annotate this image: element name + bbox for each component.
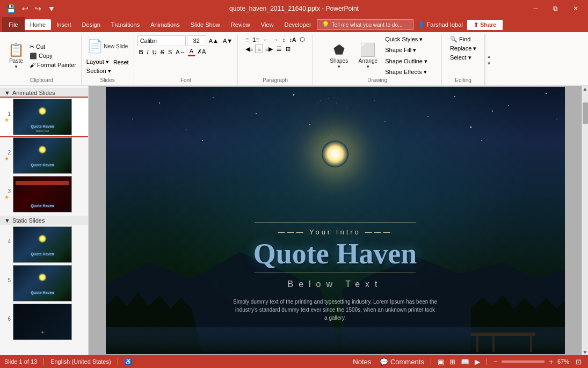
zoom-slider[interactable] <box>502 360 545 363</box>
slide-thumbnail-5[interactable]: 5 ★ Quote Haven <box>0 264 88 303</box>
slide-thumbnail-3[interactable]: 3 ★ Quote Haven <box>0 175 88 214</box>
layout-button[interactable]: Layout ▾ <box>85 58 111 66</box>
file-menu[interactable]: File <box>2 17 25 32</box>
clear-format-button[interactable]: ✗A <box>195 48 207 56</box>
font-size-down-button[interactable]: A▼ <box>221 37 234 45</box>
ribbon-scroll-up[interactable]: ▲ <box>486 53 492 60</box>
share-button[interactable]: ⬆ Share <box>467 20 503 30</box>
numbered-list-button[interactable]: 1≡ <box>251 36 261 43</box>
slide-content[interactable]: ——— Your Intro ——— Quote Haven Below Tex… <box>201 222 469 322</box>
quick-styles-button[interactable]: Quick Styles ▾ <box>383 35 424 43</box>
line-spacing-button[interactable]: ↕ <box>281 36 287 43</box>
convert-smartart-button[interactable]: ⬡ <box>298 35 307 43</box>
italic-button[interactable]: I <box>146 48 150 56</box>
slide-thumbnail-1[interactable]: 1 ★ Quote Haven Below Text <box>0 98 88 136</box>
ribbon-scroll[interactable]: ▲ ▼ <box>485 34 492 85</box>
shape-effects-button[interactable]: Shape Effects ▾ <box>383 68 428 76</box>
ribbon-scroll-down[interactable]: ▼ <box>486 60 492 67</box>
vertical-scrollbar[interactable]: ▲ ▼ <box>582 86 588 355</box>
animated-slides-section[interactable]: ▼ Animated Slides <box>0 88 88 98</box>
restore-button[interactable]: ⧉ <box>548 3 563 14</box>
shape-outline-button[interactable]: Shape Outline ▾ <box>383 57 429 65</box>
zoom-in-button[interactable]: + <box>547 357 555 366</box>
scroll-down-button[interactable]: ▼ <box>583 349 588 355</box>
redo-button[interactable]: ↪ <box>33 3 43 14</box>
align-left-button[interactable]: ◀≡ <box>244 45 255 53</box>
home-menu[interactable]: Home <box>25 19 51 30</box>
copy-button[interactable]: ⬛ Copy <box>28 52 78 60</box>
select-button[interactable]: Select ▾ <box>448 54 478 62</box>
slide-thumb-1[interactable]: Quote Haven Below Text <box>13 99 72 135</box>
slide-thumb-5[interactable]: Quote Haven <box>13 265 72 301</box>
cut-button[interactable]: ✂ Cut <box>28 43 78 51</box>
slide-thumb-2[interactable]: Quote Haven <box>13 137 72 174</box>
customize-quick-access-button[interactable]: ▼ <box>46 3 57 14</box>
scroll-up-button[interactable]: ▲ <box>583 86 588 92</box>
slide-thumb-6[interactable]: ✦ <box>13 304 72 340</box>
transitions-menu[interactable]: Transitions <box>106 19 145 30</box>
slide-below-text[interactable]: Below Text <box>201 279 469 289</box>
text-shadow-button[interactable]: S <box>166 48 173 56</box>
notes-button[interactable]: Notes <box>351 357 373 366</box>
close-button[interactable]: ✕ <box>568 3 584 14</box>
text-direction-button[interactable]: ↕A <box>287 36 297 43</box>
underline-button[interactable]: U <box>151 48 158 56</box>
new-slide-button[interactable]: 📄 New Slide <box>85 35 130 57</box>
slide-thumbnail-2[interactable]: 2 ★ Quote Haven <box>0 136 88 175</box>
user-account[interactable]: 👤Farshad Iqbal <box>418 21 463 28</box>
bullet-list-button[interactable]: ≡ <box>244 36 250 43</box>
view-menu[interactable]: View <box>256 19 279 30</box>
minimize-button[interactable]: ─ <box>528 3 543 14</box>
replace-button[interactable]: Replace ▾ <box>448 45 478 53</box>
slide-title[interactable]: Quote Haven <box>201 239 469 268</box>
font-size-input[interactable] <box>187 35 206 46</box>
reading-view-button[interactable]: 📖 <box>459 357 471 366</box>
slideshow-menu[interactable]: Slide Show <box>185 19 226 30</box>
svg-rect-35 <box>476 336 478 352</box>
slide-panel[interactable]: ▼ Animated Slides 1 ★ Quote Haven Below … <box>0 86 89 355</box>
section-button[interactable]: Section ▾ <box>85 67 130 75</box>
paste-button[interactable]: 📋 Paste ▼ <box>5 35 27 76</box>
static-slides-section[interactable]: ▼ Static Slides <box>0 216 88 225</box>
save-button[interactable]: 💾 <box>4 3 18 14</box>
normal-view-button[interactable]: ▣ <box>435 357 446 366</box>
slide-thumb-4[interactable]: Quote Haven <box>13 226 72 263</box>
tell-me-input[interactable]: 💡 Tell me what you want to do... <box>317 19 413 30</box>
undo-button[interactable]: ↩ <box>20 3 31 14</box>
dec-indent-button[interactable]: ← <box>262 36 271 43</box>
scroll-thumb[interactable] <box>583 102 588 124</box>
font-color-button[interactable]: A <box>188 47 195 56</box>
font-size-up-button[interactable]: A▲ <box>207 37 220 45</box>
slide-sorter-button[interactable]: ⊞ <box>447 357 458 366</box>
inc-indent-button[interactable]: → <box>271 36 280 43</box>
slide-thumbnail-6[interactable]: 6 ★ ✦ <box>0 303 88 341</box>
columns-button[interactable]: ⊞ <box>284 45 292 53</box>
review-menu[interactable]: Review <box>226 19 256 30</box>
design-menu[interactable]: Design <box>77 19 106 30</box>
animations-menu[interactable]: Animations <box>145 19 185 30</box>
strikethrough-button[interactable]: S <box>159 48 166 56</box>
format-painter-button[interactable]: 🖌 Format Painter <box>28 61 78 69</box>
developer-menu[interactable]: Developer <box>279 19 316 30</box>
arrange-button[interactable]: ⬜ Arrange ▼ <box>354 35 381 76</box>
slideshow-button[interactable]: ▶ <box>473 357 482 366</box>
align-right-button[interactable]: ≡▶ <box>264 45 274 53</box>
slide-star-2: ★ <box>4 156 9 161</box>
find-button[interactable]: 🔍 Find <box>448 35 478 43</box>
shapes-button[interactable]: ⬟ Shapes ▼ <box>325 35 352 76</box>
insert-menu[interactable]: Insert <box>51 19 77 30</box>
reset-button[interactable]: Reset <box>112 58 130 66</box>
char-spacing-button[interactable]: A↔ <box>174 48 187 56</box>
justify-button[interactable]: ☰ <box>275 45 284 53</box>
fit-slide-button[interactable]: ⊡ <box>574 357 584 366</box>
slide-thumbnail-4[interactable]: 4 ★ Quote Haven <box>0 225 88 264</box>
zoom-out-button[interactable]: − <box>491 357 500 366</box>
comments-button[interactable]: 💬 Comments <box>378 357 426 366</box>
canvas-area[interactable]: ——— Your Intro ——— Quote Haven Below Tex… <box>89 86 582 355</box>
align-center-button[interactable]: ≡ <box>255 45 263 53</box>
slide-body-text[interactable]: Simply dummy text of the printing and ty… <box>233 298 437 322</box>
slide-thumb-3[interactable]: Quote Haven <box>13 176 72 212</box>
shape-fill-button[interactable]: Shape Fill ▾ <box>383 46 418 54</box>
font-name-input[interactable] <box>137 35 186 46</box>
bold-button[interactable]: B <box>137 48 145 56</box>
